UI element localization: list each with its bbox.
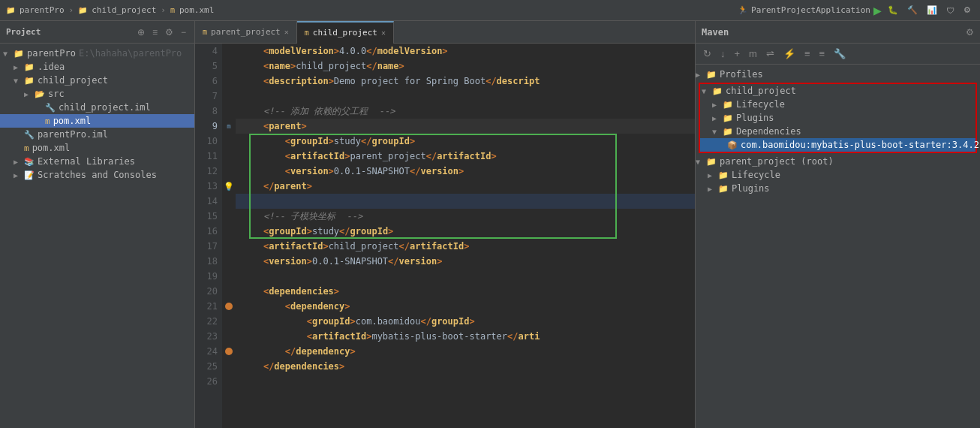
tree-item-child-project[interactable]: ▼ 📁 child_project (0, 74, 194, 87)
maven-add-btn[interactable]: + (732, 47, 744, 61)
code-line-7 (236, 89, 695, 104)
ln-17: 17 (195, 239, 218, 254)
code-line-22: <groupId>com.baomidou</groupId> (236, 314, 695, 329)
project-tree[interactable]: ▼ 📁 parentPro E:\hahaha\parentPro ▶ 📁 .i… (0, 44, 194, 428)
breakpoint-icon[interactable] (225, 303, 233, 310)
code-text-25: </dependencies> (236, 359, 350, 374)
maven-item-child-project[interactable]: ▼ 📁 child_project (700, 84, 975, 98)
maven-item-plugins[interactable]: ▶ 📁 Plugins (700, 111, 975, 125)
code-line-12: <version>0.0.1-SNAPSHOT</version> (236, 164, 695, 179)
maven-refresh-btn[interactable]: ↻ (700, 47, 714, 61)
maven-list2-btn[interactable]: ≡ (816, 47, 828, 61)
tab-parent-close[interactable]: ✕ (284, 28, 289, 36)
maven-list-btn[interactable]: ≡ (801, 47, 813, 61)
gutter: m 💡 (222, 44, 236, 428)
tab-parent-project[interactable]: m parent_project ✕ (195, 21, 297, 44)
coverage-button[interactable]: 🛡 (943, 5, 957, 17)
file-icon: m (170, 6, 175, 14)
title-sep2: › (161, 5, 166, 15)
maven-item-mybatis-dep[interactable]: ▶ 📦 com.baomidou:mybatis-plus-boot-start… (700, 138, 975, 152)
arrow-profiles: ▶ (696, 71, 706, 79)
editor-area: m parent_project ✕ m child_project ✕ 4 5… (195, 21, 695, 428)
code-editor[interactable]: <modelVersion>4.0.0</modelVersion> <name… (236, 44, 695, 428)
arrow-scratches: ▶ (14, 171, 24, 179)
code-line-26 (236, 374, 695, 389)
code-text-5: <name>child_project</name> (236, 59, 410, 74)
maven-title: Maven (702, 27, 729, 38)
tree-item-parentpro[interactable]: ▼ 📁 parentPro E:\hahaha\parentPro (0, 47, 194, 60)
code-text-8: <!-- 添加 依赖的父工程 --> (236, 104, 401, 119)
arrow-parentpro: ▼ (3, 50, 14, 58)
project-icon: 📁 (6, 6, 15, 14)
maven-item-parent-project[interactable]: ▼ 📁 parent_project (root) (696, 155, 980, 168)
tree-item-ext-libs[interactable]: ▶ 📚 External Libraries (0, 155, 194, 168)
code-text-23: <artifactId>mybatis-plus-boot-starter</a… (236, 329, 546, 344)
maven-item-plugins-parent[interactable]: ▶ 📁 Plugins (696, 182, 980, 195)
tab-child-close[interactable]: ✕ (381, 29, 386, 37)
code-line-6: <description>Demo project for Spring Boo… (236, 74, 695, 89)
collapse-button[interactable]: ≡ (150, 26, 160, 38)
tree-item-idea[interactable]: ▶ 📁 .idea (0, 60, 194, 74)
minimize-button[interactable]: − (179, 26, 188, 38)
tab-child-project[interactable]: m child_project ✕ (297, 21, 394, 44)
code-line-15: <!-- 子模块坐标 --> (236, 209, 695, 224)
maven-item-lifecycle[interactable]: ▶ 📁 Lifecycle (700, 98, 975, 111)
main-layout: Project ⊕ ≡ ⚙ − ▼ 📁 parentPro E:\hahaha\… (0, 21, 980, 428)
ln-24: 24 (195, 344, 218, 359)
maven-download-btn[interactable]: ↓ (717, 47, 729, 61)
label-profiles: Profiles (720, 69, 763, 80)
title-app: ParentProjectApplication (751, 5, 870, 15)
code-text-26 (236, 374, 253, 389)
label-pom-xml: pom.xml (53, 116, 92, 126)
gear-button[interactable]: ⚙ (163, 26, 176, 38)
code-line-24: </dependency> (236, 344, 695, 359)
maven-settings-button[interactable]: ⚙ (966, 27, 974, 38)
maven-item-lifecycle-parent[interactable]: ▶ 📁 Lifecycle (696, 168, 980, 182)
folder-plugins-parent-icon: 📁 (718, 184, 729, 194)
sidebar-actions: ⊕ ≡ ⚙ − (135, 26, 188, 38)
iml-parentpro-icon: 🔧 (24, 130, 35, 140)
bulb-icon[interactable]: 💡 (224, 182, 234, 191)
maven-run-btn[interactable]: m (746, 47, 760, 61)
maven-item-profiles[interactable]: ▶ 📁 Profiles (696, 68, 980, 81)
ln-10: 10 (195, 134, 218, 149)
tree-item-parentpro-iml[interactable]: ▶ 🔧 parentPro.iml (0, 128, 194, 141)
run-button[interactable]: ▶ (873, 5, 882, 17)
code-line-4: <modelVersion>4.0.0</modelVersion> (236, 44, 695, 59)
settings-button[interactable]: ⚙ (960, 4, 974, 17)
label-child-proj: child_project (726, 86, 796, 96)
ln-8: 8 (195, 104, 218, 119)
tree-item-child-iml[interactable]: ▶ 🔧 child_project.iml (0, 101, 194, 114)
label-pom-root: pom.xml (32, 143, 71, 153)
code-line-20: <dependencies> (236, 284, 695, 299)
ln-7: 7 (195, 89, 218, 104)
debug-button[interactable]: 🐛 (885, 4, 901, 17)
tree-item-src[interactable]: ▶ 📂 src (0, 87, 194, 101)
maven-tree[interactable]: ▶ 📁 Profiles ▼ 📁 child_project ▶ (696, 65, 980, 428)
tree-item-pom-root[interactable]: ▶ m pom.xml (0, 141, 194, 155)
profile-button[interactable]: 📊 (924, 4, 940, 17)
code-text-12: <version>0.0.1-SNAPSHOT</version> (236, 164, 470, 179)
ln-19: 19 (195, 269, 218, 284)
maven-wrench-btn[interactable]: 🔧 (831, 47, 849, 61)
tab-child-icon: m (305, 29, 309, 37)
maven-skip-btn[interactable]: ⇌ (763, 47, 777, 61)
breakpoint2-icon[interactable] (225, 348, 233, 355)
maven-lightning-btn[interactable]: ⚡ (780, 47, 798, 61)
tree-item-scratches[interactable]: ▶ 📝 Scratches and Consoles (0, 168, 194, 182)
title-child: child_project (92, 5, 156, 15)
label-mybatis-dep: com.baomidou:mybatis-plus-boot-starter:3… (741, 140, 979, 150)
scratch-icon: 📝 (24, 170, 35, 180)
xml-root-icon: m (24, 143, 29, 153)
tree-item-pom-xml[interactable]: ▶ m pom.xml (0, 114, 194, 128)
sync-button[interactable]: ⊕ (135, 26, 147, 38)
maven-item-dependencies[interactable]: ▼ 📁 Dependencies (700, 125, 975, 138)
folder-parent-proj-icon: 📁 (706, 157, 717, 167)
build-button[interactable]: 🔨 (904, 4, 921, 17)
tab-bar: m parent_project ✕ m child_project ✕ (195, 21, 695, 44)
app-icon: 🏃 (738, 5, 748, 15)
title-sep1: › (69, 5, 74, 15)
editor-content[interactable]: 4 5 6 7 8 9 10 11 12 13 14 15 16 17 18 1… (195, 44, 695, 428)
code-text-7 (236, 89, 253, 104)
ln-6: 6 (195, 74, 218, 89)
